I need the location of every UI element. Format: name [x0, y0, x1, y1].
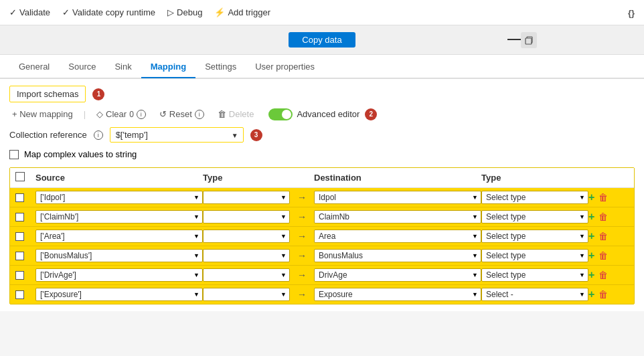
toolbar: ✓ Validate ✓ Validate copy runtime ▷ Deb…: [0, 0, 644, 25]
tab-general[interactable]: General: [9, 56, 59, 78]
tab-mapping[interactable]: Mapping: [141, 56, 195, 78]
source-field-select[interactable]: ['BonusMalus']: [35, 249, 203, 262]
new-mapping-button[interactable]: + New mapping: [9, 108, 76, 120]
source-type-select[interactable]: [203, 268, 290, 282]
collection-info-icon: i: [94, 130, 103, 140]
arrow-right-icon: →: [290, 231, 314, 242]
import-schemas-badge: 1: [92, 88, 104, 100]
tab-user-properties[interactable]: User properties: [246, 56, 324, 78]
dest-field-select[interactable]: ClaimNb: [314, 210, 481, 224]
source-type-select[interactable]: [203, 230, 290, 243]
add-row-button[interactable]: +: [588, 289, 594, 300]
dest-field-select[interactable]: Exposure: [314, 288, 481, 301]
header-check: [15, 172, 35, 183]
delete-row-button[interactable]: 🗑: [598, 290, 608, 299]
dest-field-select[interactable]: DrivAge: [314, 268, 481, 282]
lightning-icon: ⚡: [214, 7, 225, 17]
source-type-select[interactable]: [203, 210, 290, 224]
debug-play-icon: ▷: [167, 7, 174, 17]
trash-icon: 🗑: [218, 109, 226, 119]
collection-badge: 3: [250, 129, 262, 141]
svg-rect-0: [526, 38, 532, 44]
source-field-select[interactable]: ['Exposure']: [35, 288, 203, 301]
source-field-select[interactable]: ['Area']: [35, 230, 203, 243]
reset-button[interactable]: ↺ Reset i: [157, 108, 207, 120]
map-complex-row: Map complex values to string: [9, 149, 635, 159]
add-row-button[interactable]: +: [588, 211, 594, 222]
advanced-editor-toggle[interactable]: [268, 108, 293, 120]
map-complex-checkbox[interactable]: [9, 150, 19, 159]
row-checkbox[interactable]: [15, 193, 24, 202]
dest-field-select[interactable]: Idpol: [314, 191, 481, 204]
table-row: ['ClaimNb'] ▼ ▼ → ClaimNb ▼: [10, 207, 634, 227]
tab-settings[interactable]: Settings: [195, 56, 246, 78]
delete-row-button[interactable]: 🗑: [598, 270, 608, 280]
delete-row-button[interactable]: 🗑: [598, 193, 608, 202]
dest-field-select[interactable]: Area: [314, 230, 481, 243]
tab-source[interactable]: Source: [59, 56, 105, 78]
arrow-right-icon: →: [290, 211, 314, 222]
row-checkbox[interactable]: [15, 252, 24, 260]
tab-sink[interactable]: Sink: [105, 56, 141, 78]
header-checkbox[interactable]: [15, 172, 25, 181]
validate-check-icon: ✓: [9, 7, 17, 17]
row-checkbox[interactable]: [15, 232, 24, 241]
add-row-button[interactable]: +: [588, 231, 594, 242]
reset-icon: ↺: [159, 109, 167, 119]
pipeline-header: Copy data: [0, 25, 644, 55]
delete-row-button[interactable]: 🗑: [598, 232, 608, 241]
source-type-select[interactable]: [203, 191, 290, 204]
dest-type-select[interactable]: Select type: [481, 230, 588, 243]
table-row: ['Idpol'] ▼ ▼ → Idpol ▼: [10, 188, 634, 207]
advanced-editor-toggle-container: Advanced editor 2: [268, 108, 377, 120]
add-trigger-button[interactable]: ⚡ Add trigger: [214, 7, 270, 17]
row-checkbox[interactable]: [15, 290, 24, 299]
copy-icon: [524, 35, 534, 46]
table-row: ['Area'] ▼ ▼ → Area ▼: [10, 227, 634, 246]
delete-button[interactable]: 🗑 Delete: [215, 108, 257, 120]
delete-row-button[interactable]: 🗑: [598, 251, 608, 260]
import-schemas-row: Import schemas 1: [9, 86, 635, 102]
debug-button[interactable]: ▷ Debug: [167, 7, 202, 17]
arrow-right-icon: →: [290, 250, 314, 261]
source-field-select[interactable]: ['ClaimNb']: [35, 210, 203, 224]
clear-info-icon: i: [137, 110, 146, 119]
collection-reference-select[interactable]: $['temp']: [110, 127, 244, 143]
dest-type-select[interactable]: Select type: [481, 191, 588, 204]
add-row-button[interactable]: +: [588, 192, 594, 203]
header-dest-type: Type: [481, 173, 588, 183]
dest-type-select[interactable]: Select type: [481, 249, 588, 262]
clear-icon: ◇: [96, 109, 103, 119]
mapping-table: Source Type Destination Type ['Idpol'] ▼: [9, 167, 635, 304]
validate-copy-check-icon: ✓: [62, 7, 70, 17]
tabs-bar: General Source Sink Mapping Settings Use…: [0, 55, 644, 79]
braces-button[interactable]: {}: [628, 7, 635, 19]
actions-row: + New mapping | ◇ Clear 0 i ↺ Reset i 🗑 …: [9, 108, 635, 120]
row-checkbox[interactable]: [15, 213, 24, 221]
toggle-knob: [282, 110, 291, 119]
header-destination: Destination: [314, 173, 481, 183]
pipeline-connector: [507, 39, 521, 40]
source-type-select[interactable]: [203, 249, 290, 262]
import-schemas-button[interactable]: Import schemas: [9, 86, 86, 102]
dest-type-select[interactable]: Select type: [481, 210, 588, 224]
collection-reference-row: Collection reference i $['temp'] ▼ 3: [9, 127, 635, 143]
dest-field-select[interactable]: BonusMalus: [314, 249, 481, 262]
pipeline-title: Copy data: [289, 32, 355, 48]
dest-type-select[interactable]: Select type: [481, 268, 588, 282]
validate-copy-button[interactable]: ✓ Validate copy runtime: [62, 7, 155, 17]
arrow-right-icon: →: [290, 192, 314, 203]
reset-info-icon: i: [195, 110, 204, 119]
validate-button[interactable]: ✓ Validate: [9, 7, 50, 17]
clear-button[interactable]: ◇ Clear 0 i: [94, 108, 149, 120]
source-type-select[interactable]: [203, 288, 290, 301]
table-row: ['Exposure'] ▼ ▼ → Exposure ▼: [10, 285, 634, 304]
source-field-select[interactable]: ['Idpol']: [35, 191, 203, 204]
add-row-button[interactable]: +: [588, 250, 594, 261]
row-checkbox[interactable]: [15, 271, 24, 280]
add-row-button[interactable]: +: [588, 270, 594, 280]
source-field-select[interactable]: ['DrivAge']: [35, 268, 203, 282]
delete-row-button[interactable]: 🗑: [598, 212, 608, 221]
dest-type-select[interactable]: Select -: [481, 288, 588, 301]
mapping-table-header: Source Type Destination Type: [10, 168, 634, 188]
